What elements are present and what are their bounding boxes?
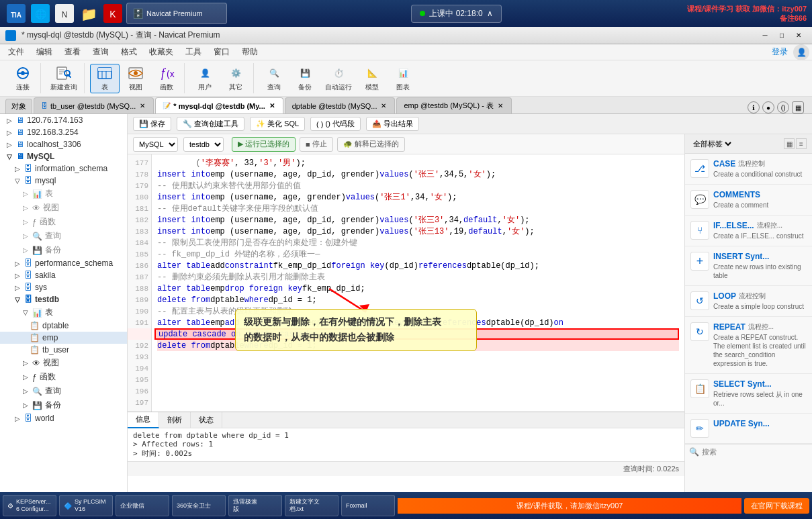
sidebar-testdb-backup[interactable]: ▷ 💾 备份 xyxy=(0,398,127,412)
snippet-repeat[interactable]: ↻ REPEAT 流程控... Create a REPEAT construc… xyxy=(685,317,812,374)
tab-objects[interactable]: 对象 xyxy=(5,99,32,113)
toolbar-schedule-btn[interactable]: ⏱️ 自动运行 xyxy=(321,64,356,93)
tab-emp[interactable]: emp @testdb (MySQL) - 表 ✕ xyxy=(396,97,511,113)
tab-emp-close[interactable]: ✕ xyxy=(496,102,504,110)
toolbar-func-btn[interactable]: f(x) 函数 xyxy=(152,64,181,93)
sidebar-sakila[interactable]: ▷ 🗄 sakila xyxy=(0,269,127,281)
grid-icon[interactable]: ▦ xyxy=(792,101,804,113)
info-icon[interactable]: ℹ xyxy=(748,101,760,113)
code-snippet-button[interactable]: ( ) () 代码段 xyxy=(310,117,361,131)
tab-mysql-dql-close[interactable]: ✕ xyxy=(268,102,276,110)
sidebar-perf-schema[interactable]: ▷ 🗄 performance_schema xyxy=(0,257,127,269)
sidebar-mysql-queries[interactable]: ▷ 🔍 查询 xyxy=(0,229,127,243)
menu-file[interactable]: 文件 xyxy=(3,45,30,59)
sidebar-testdb-queries[interactable]: ▷ 🔍 查询 xyxy=(0,384,127,398)
snippet-select[interactable]: 📋 SELECT Synt... Retrieve rows select 从 … xyxy=(685,374,812,414)
sidebar-mysql-backup[interactable]: ▷ 💾 备份 xyxy=(0,243,127,257)
menu-edit[interactable]: 编辑 xyxy=(31,45,58,59)
sidebar-dptable[interactable]: 📋 dptable xyxy=(0,320,127,332)
bottom-download-btn[interactable]: 在官网下载课程 xyxy=(744,498,809,514)
circle-icon[interactable]: ● xyxy=(762,101,774,113)
tab-mysql-dql[interactable]: 📝 * mysql-dql @testdb (My... ✕ xyxy=(155,97,283,113)
taskbar-active-app[interactable]: 🗄️ Navicat Premium xyxy=(126,3,227,24)
sidebar-mysql-db[interactable]: ▽ 🗄 mysql xyxy=(0,175,127,187)
snippet-search-input[interactable] xyxy=(702,448,808,456)
filter-label-selector[interactable]: 全部标签 xyxy=(690,139,733,148)
save-button[interactable]: 💾 保存 xyxy=(133,117,171,131)
snippet-update[interactable]: ✏ UPDATE Syn... xyxy=(685,414,812,444)
toolbar-view-btn[interactable]: 视图 xyxy=(121,64,150,93)
login-button[interactable]: 登录 xyxy=(772,46,788,58)
snippet-if-else[interactable]: ⑂ IF...ELSE... 流程控... Create a IF...ELSE… xyxy=(685,216,812,246)
menu-favorites[interactable]: 收藏夹 xyxy=(144,45,179,59)
bottom-app-enterprise[interactable]: 企业微信 xyxy=(116,495,169,516)
sidebar-mysql-funcs[interactable]: ▷ ƒ 函数 xyxy=(0,215,127,229)
menu-help[interactable]: 帮助 xyxy=(236,45,263,59)
bottom-app-foxmail[interactable]: Foxmail xyxy=(341,495,395,516)
toolbar-user-btn[interactable]: 👤 用户 xyxy=(190,64,220,93)
tab-tb-user[interactable]: 🗄 tb_user @testdb (MySQ... ✕ xyxy=(34,97,154,113)
view-toggle-btn-1[interactable]: ▦ xyxy=(784,138,795,149)
toolbar-other-btn[interactable]: ⚙️ 其它 xyxy=(221,64,251,93)
maximize-button[interactable]: □ xyxy=(774,30,790,42)
menu-tools[interactable]: 工具 xyxy=(180,45,207,59)
taskbar-icon-edge[interactable]: 🌐 xyxy=(30,3,51,24)
tab-tb-user-close[interactable]: ✕ xyxy=(138,102,146,110)
sidebar-conn-1[interactable]: ▷ 🖥 120.76.174.163 xyxy=(0,114,127,126)
taskbar-icon-navicat[interactable]: N xyxy=(54,3,75,24)
db-name-selector[interactable]: testdb xyxy=(183,137,224,152)
code-editor-content[interactable]: 177 178 179 180 181 182 183 184 185 186 xyxy=(128,154,684,412)
taskbar-icon-k[interactable]: K xyxy=(102,3,124,24)
sidebar-info-schema[interactable]: ▷ 🗄 information_schema xyxy=(0,162,127,175)
toolbar-connect-btn[interactable]: 连接 xyxy=(8,64,38,93)
sidebar-conn-3[interactable]: ▷ 🖥 localhost_3306 xyxy=(0,138,127,150)
taskbar-icon-tia[interactable]: TIA xyxy=(5,3,27,24)
sidebar-world[interactable]: ▷ 🗄 world xyxy=(0,412,127,424)
sidebar-tb-user[interactable]: 📋 tb_user xyxy=(0,344,127,356)
minimize-button[interactable]: ─ xyxy=(757,30,773,42)
tab-dptable[interactable]: dptable @testdb (MySQ... ✕ xyxy=(285,97,396,113)
menu-query[interactable]: 查询 xyxy=(87,45,114,59)
bottom-app-plcsim[interactable]: 🔷 Sy PLCSIMV16 xyxy=(59,495,113,516)
menu-format[interactable]: 格式 xyxy=(116,45,142,59)
snippet-case[interactable]: ⎇ CASE 流程控制 Create a conditional constru… xyxy=(685,154,812,185)
export-button[interactable]: 📤 导出结果 xyxy=(366,117,419,131)
stop-button[interactable]: ■ 停止 xyxy=(300,137,333,152)
create-tool-button[interactable]: 🔧 查询创建工具 xyxy=(177,117,244,131)
taskbar-icon-folder[interactable]: 📁 xyxy=(78,3,99,24)
view-toggle-btn-2[interactable]: ≡ xyxy=(796,138,807,149)
close-button[interactable]: ✕ xyxy=(791,30,807,42)
toolbar-search-btn[interactable]: 🔍 查询 xyxy=(259,64,289,93)
bottom-app-txt[interactable]: 新建文字文档.txt xyxy=(285,495,339,516)
bottom-app-security[interactable]: 360安全卫士 xyxy=(172,495,226,516)
brackets-icon[interactable]: () xyxy=(777,101,789,113)
run-selected-button[interactable]: ▶ 运行已选择的 xyxy=(232,137,296,152)
bottom-tab-status[interactable]: 状态 xyxy=(191,412,222,428)
bottom-tab-profile[interactable]: 剖析 xyxy=(159,412,191,428)
toolbar-new-query-btn[interactable]: 新建查询 xyxy=(46,64,81,93)
tab-dptable-close[interactable]: ✕ xyxy=(379,102,388,110)
sidebar-sys[interactable]: ▷ 🗄 sys xyxy=(0,281,127,293)
menu-view[interactable]: 查看 xyxy=(59,45,86,59)
snippet-comments[interactable]: 💬 COMMENTS Create a comment xyxy=(685,185,812,216)
sidebar-testdb-funcs[interactable]: ▷ ƒ 函数 xyxy=(0,370,127,384)
snippet-insert[interactable]: + INSERT Synt... Create new rows into ex… xyxy=(685,246,812,286)
sidebar-emp[interactable]: 📋 emp xyxy=(0,332,127,344)
menu-window[interactable]: 窗口 xyxy=(208,45,235,59)
toolbar-backup-btn[interactable]: 💾 备份 xyxy=(290,64,320,93)
toolbar-table-btn[interactable]: 表 xyxy=(90,64,120,93)
sidebar-testdb-views[interactable]: ▷ 👁 视图 xyxy=(0,356,127,370)
beautify-button[interactable]: ✨ 美化 SQL xyxy=(250,117,305,131)
sidebar-conn-2[interactable]: ▷ 🖥 192.168.3.254 xyxy=(0,126,127,138)
sidebar-mysql-tables[interactable]: ▷ 📊 表 xyxy=(0,187,127,201)
sidebar-testdb-tables[interactable]: ▽ 📊 表 xyxy=(0,305,127,320)
user-avatar[interactable]: 👤 xyxy=(793,44,809,60)
bottom-tab-info[interactable]: 信息 xyxy=(128,412,159,428)
sidebar-testdb[interactable]: ▽ 🗄 testdb xyxy=(0,293,127,305)
sidebar-mysql-root[interactable]: ▽ 🖥 MySQL xyxy=(0,150,127,162)
bottom-app-thunder[interactable]: 迅雷极速版 xyxy=(228,495,282,516)
toolbar-chart-btn[interactable]: 📊 图表 xyxy=(388,64,418,93)
bottom-app-kepserver[interactable]: ⚙ KEPServer...6 Configur... xyxy=(3,495,56,516)
db-engine-selector[interactable]: MySQL xyxy=(133,137,178,152)
snippet-loop[interactable]: ↺ LOOP 流程控制 Create a simple loop constru… xyxy=(685,286,812,317)
